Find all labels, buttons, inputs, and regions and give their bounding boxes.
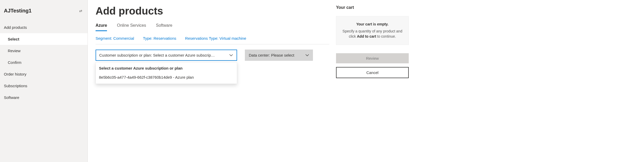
dropdown-option[interactable]: 8e5b6c05-a477-4a49-662f-c38760b14de9 - A… — [96, 72, 237, 84]
sidebar: AJTesting1 ⇄ Add products Select Review … — [0, 0, 88, 162]
product-tabs: Azure Online Services Software — [96, 23, 329, 31]
filter-type[interactable]: Type: Reservations — [143, 36, 176, 40]
cart-hint-suffix: to continue. — [376, 34, 396, 38]
subscription-select-label: Customer subscription or plan: Select a … — [99, 53, 215, 57]
main: Add products Azure Online Services Softw… — [88, 0, 644, 162]
review-button[interactable]: Review — [336, 53, 409, 63]
cart-empty-text: Your cart is empty. — [340, 22, 405, 26]
dropdown-header: Select a customer Azure subscription or … — [96, 62, 237, 72]
chevron-down-icon — [305, 54, 309, 56]
chevron-down-icon — [229, 54, 233, 56]
datacenter-select-label: Data center: Please select — [249, 53, 294, 57]
subscription-select[interactable]: Customer subscription or plan: Select a … — [96, 50, 237, 61]
swap-icon[interactable]: ⇄ — [79, 9, 82, 13]
tab-online-services[interactable]: Online Services — [117, 23, 146, 31]
cart-title: Your cart — [336, 5, 409, 10]
nav-add-products[interactable]: Add products — [0, 22, 88, 33]
cart-empty-box: Your cart is empty. Specify a quantity o… — [336, 16, 409, 45]
page-title: Add products — [96, 5, 329, 17]
nav-subscriptions[interactable]: Subscriptions — [0, 80, 88, 92]
sidebar-header: AJTesting1 ⇄ — [0, 0, 88, 22]
nav-review[interactable]: Review — [0, 45, 88, 57]
subscription-dropdown: Select a customer Azure subscription or … — [96, 62, 237, 84]
filter-reservations-type[interactable]: Reservations Type: Virtual machine — [185, 36, 246, 40]
nav-order-history[interactable]: Order history — [0, 68, 88, 80]
tab-software[interactable]: Software — [156, 23, 172, 31]
filter-segment[interactable]: Segment: Commercial — [96, 36, 134, 40]
cart-hint-bold: Add to cart — [357, 34, 376, 38]
tab-azure[interactable]: Azure — [96, 23, 107, 31]
cart-panel: Your cart Your cart is empty. Specify a … — [336, 5, 409, 162]
nav-select[interactable]: Select — [0, 33, 88, 45]
customer-name: AJTesting1 — [4, 8, 31, 14]
cancel-button[interactable]: Cancel — [336, 67, 409, 78]
nav-confirm[interactable]: Confirm — [0, 57, 88, 68]
cart-hint: Specify a quantity of any product and cl… — [340, 29, 405, 39]
breadcrumb-filters: Segment: Commercial Type: Reservations R… — [96, 36, 329, 44]
nav-software[interactable]: Software — [0, 92, 88, 103]
datacenter-select[interactable]: Data center: Please select — [245, 50, 313, 61]
